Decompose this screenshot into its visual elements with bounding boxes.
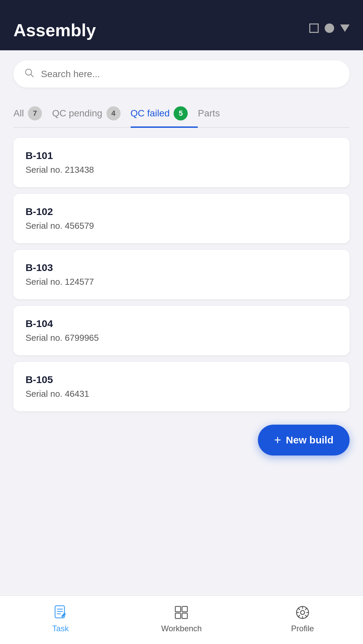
nav-profile-label: Profile [291, 624, 314, 633]
list-item[interactable]: B-105 Serial no. 46431 [13, 362, 350, 411]
item-title: B-103 [26, 262, 337, 273]
page-title: Assembly [13, 20, 96, 40]
nav-item-profile[interactable]: Profile [276, 604, 329, 633]
tab-all[interactable]: All 7 [13, 101, 52, 127]
nav-task-label: Task [52, 624, 69, 633]
nav-item-task[interactable]: Task [34, 604, 87, 633]
svg-rect-10 [182, 613, 187, 619]
tab-qc-failed-badge: 5 [174, 106, 188, 120]
tabs-bar: All 7 QC pending 4 QC failed 5 Parts [13, 101, 350, 128]
tab-qc-pending[interactable]: QC pending 4 [52, 101, 130, 127]
tab-all-badge: 7 [28, 106, 42, 120]
nav-workbench-label: Workbench [161, 624, 202, 633]
tab-parts[interactable]: Parts [198, 103, 230, 125]
list-item[interactable]: B-101 Serial no. 213438 [13, 138, 350, 187]
item-title: B-102 [26, 206, 337, 217]
svg-line-18 [305, 615, 307, 617]
main-content: All 7 QC pending 4 QC failed 5 Parts B-1… [0, 50, 363, 519]
tab-parts-label: Parts [198, 108, 220, 119]
new-build-button[interactable]: + New build [258, 425, 350, 455]
tab-all-label: All [13, 108, 24, 119]
item-title: B-105 [26, 374, 337, 385]
search-icon [24, 68, 34, 80]
list-item[interactable]: B-102 Serial no. 456579 [13, 194, 350, 243]
svg-point-12 [301, 610, 305, 614]
signal-icon [325, 23, 334, 33]
header: Assembly [0, 0, 363, 50]
item-subtitle: Serial no. 124577 [26, 277, 337, 287]
profile-icon [294, 604, 311, 621]
workbench-icon [173, 604, 190, 621]
wifi-icon [340, 24, 350, 32]
svg-line-19 [305, 608, 307, 610]
bottom-nav: Task Workbench [0, 595, 363, 644]
tab-qc-failed[interactable]: QC failed 5 [131, 101, 198, 127]
tab-qc-failed-label: QC failed [131, 108, 170, 119]
svg-rect-8 [182, 606, 187, 612]
task-icon [52, 604, 69, 621]
status-icons [309, 20, 350, 33]
item-subtitle: Serial no. 456579 [26, 221, 337, 231]
fab-plus-icon: + [274, 434, 281, 446]
svg-rect-9 [175, 613, 181, 619]
svg-line-1 [31, 74, 33, 77]
item-subtitle: Serial no. 46431 [26, 389, 337, 399]
item-subtitle: Serial no. 6799965 [26, 333, 337, 343]
item-subtitle: Serial no. 213438 [26, 165, 337, 175]
nav-item-workbench[interactable]: Workbench [154, 604, 208, 633]
tab-qc-pending-label: QC pending [52, 108, 102, 119]
item-title: B-104 [26, 318, 337, 329]
fab-container: + New build [13, 411, 350, 466]
search-bar [13, 60, 350, 88]
svg-line-17 [298, 608, 300, 610]
assembly-list: B-101 Serial no. 213438 B-102 Serial no.… [13, 138, 350, 411]
list-item[interactable]: B-104 Serial no. 6799965 [13, 306, 350, 355]
list-item[interactable]: B-103 Serial no. 124577 [13, 250, 350, 299]
fab-label: New build [286, 434, 333, 446]
tab-qc-pending-badge: 4 [106, 106, 121, 120]
item-title: B-101 [26, 150, 337, 161]
battery-icon [309, 23, 319, 33]
search-input[interactable] [41, 69, 339, 79]
svg-rect-7 [175, 606, 181, 612]
svg-line-20 [298, 615, 300, 617]
